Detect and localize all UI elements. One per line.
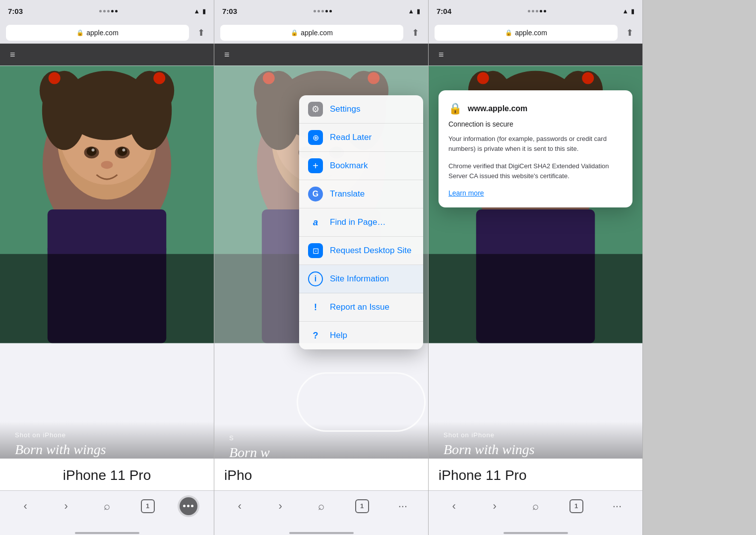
battery-icon-3: ▮ (631, 7, 634, 15)
signal-dot (107, 10, 110, 12)
menu-label-read-later: Read Later (330, 133, 372, 142)
share-button-1[interactable]: ⬆ (194, 27, 208, 38)
forward-button-3[interactable]: › (484, 495, 505, 517)
back-icon-3: ‹ (452, 500, 455, 513)
share-button-2[interactable]: ⬆ (408, 27, 422, 38)
translate-icon: G (308, 187, 323, 201)
gear-icon-menu: ⚙ (308, 102, 323, 117)
menu-item-help[interactable]: ? Help (299, 322, 423, 349)
menu-item-find[interactable]: a Find in Page… (299, 208, 423, 237)
shot-label-1: Shot on iPhone (15, 431, 199, 439)
exclaim-icon: ! (308, 300, 323, 315)
svg-point-31 (368, 72, 379, 84)
home-indicator-1 (0, 531, 214, 535)
search-button-1[interactable]: ⌕ (96, 495, 118, 517)
url-bar-1: 🔒 apple.com ⬆ (0, 22, 214, 44)
hamburger-icon-2[interactable]: ≡ (224, 50, 230, 60)
bottom-section-3: iPhone 11 Pro (429, 459, 642, 490)
wifi-icon-3: ▲ (622, 7, 629, 15)
status-icons-1: ▲ ▮ (193, 7, 206, 15)
bg-filler (643, 0, 756, 535)
signal-dot (111, 10, 114, 12)
shot-label-2: S (229, 434, 413, 442)
back-button-2[interactable]: ‹ (229, 495, 251, 517)
menu-label-help: Help (330, 331, 347, 340)
search-button-2[interactable]: ⌕ (310, 495, 332, 517)
menu-item-read-later[interactable]: ⊕ Read Later (299, 124, 423, 152)
security-popup: 🔒 www.apple.com Connection is secure You… (439, 90, 632, 207)
nav-bar-1: ≡ (0, 44, 214, 66)
back-icon-1: ‹ (23, 500, 27, 513)
product-name-2: iPho (224, 468, 418, 483)
more-icon-1 (180, 497, 197, 515)
signal-dot (325, 10, 328, 12)
status-icons-2: ▲ ▮ (408, 7, 420, 15)
url-field-3[interactable]: 🔒 apple.com (435, 25, 618, 41)
signal-dot (317, 10, 320, 12)
menu-label-settings: Settings (330, 104, 360, 114)
main-content-1: Shot on iPhone Born with wings Watch the… (0, 66, 214, 490)
signal-dot (103, 10, 106, 12)
forward-button-2[interactable]: › (269, 495, 291, 517)
url-text-1: apple.com (86, 29, 119, 37)
url-bar-3: 🔒 apple.com ⬆ (429, 22, 642, 44)
learn-more-link[interactable]: Learn more (448, 189, 484, 197)
status-bar-2: 7:03 ▲ ▮ (214, 0, 428, 22)
forward-icon-3: › (493, 500, 497, 513)
menu-item-translate[interactable]: G Translate (299, 180, 423, 208)
tabs-button-3[interactable]: 1 (566, 495, 587, 517)
svg-point-16 (122, 148, 125, 151)
signal-dot (532, 10, 534, 12)
more-button-1[interactable] (178, 495, 199, 517)
apple-logo-1 (100, 49, 110, 61)
back-button-1[interactable]: ‹ (14, 495, 36, 517)
screen-1: 7:03 ▲ ▮ 🔒 apple.com ⬆ ≡ (0, 0, 214, 535)
svg-point-30 (263, 72, 275, 84)
status-time-2: 7:03 (222, 7, 237, 15)
signal-dot (544, 10, 546, 12)
signal-dot (115, 10, 118, 12)
status-dots-1 (99, 10, 118, 12)
more-button-3[interactable]: ··· (606, 495, 628, 517)
status-bar-3: 7:04 ▲ ▮ (429, 0, 642, 22)
nav-bar-3: ≡ (429, 44, 642, 66)
apple-logo-2 (314, 49, 324, 61)
lock-icon-2: 🔒 (291, 29, 298, 36)
security-lock-icon: 🔒 (448, 102, 462, 115)
menu-label-translate: Translate (330, 189, 365, 199)
menu-item-site-info[interactable]: i Site Information (299, 265, 423, 293)
security-body1: Your information (for example, passwords… (448, 134, 623, 153)
home-bar-2 (289, 532, 354, 534)
menu-item-settings[interactable]: ⚙ Settings (299, 95, 423, 124)
tab-count-1: 1 (141, 499, 155, 513)
menu-label-site-info: Site Information (330, 274, 389, 284)
url-field-1[interactable]: 🔒 apple.com (6, 25, 189, 41)
menu-item-desktop[interactable]: ⊡ Request Desktop Site (299, 237, 423, 265)
search-button-3[interactable]: ⌕ (524, 495, 546, 517)
tabs-button-2[interactable]: 1 (351, 495, 373, 517)
url-text-2: apple.com (301, 29, 333, 37)
svg-rect-20 (0, 254, 214, 343)
more-button-2[interactable]: ··· (392, 495, 414, 517)
hamburger-icon-1[interactable]: ≡ (10, 50, 15, 60)
forward-button-1[interactable]: › (55, 495, 77, 517)
url-field-2[interactable]: 🔒 apple.com (220, 25, 403, 41)
svg-point-17 (101, 161, 113, 169)
film-title-1: Born with wings (15, 442, 199, 458)
forward-icon-1: › (64, 500, 68, 513)
url-bar-2: 🔒 apple.com ⬆ (214, 22, 428, 44)
home-indicator-3 (429, 531, 642, 535)
hamburger-icon-3[interactable]: ≡ (439, 50, 444, 60)
share-button-3[interactable]: ⬆ (623, 27, 636, 38)
search-icon-2: ⌕ (318, 500, 324, 513)
signal-dot (329, 10, 332, 12)
portrait-bg-1 (0, 66, 214, 343)
menu-item-report[interactable]: ! Report an Issue (299, 293, 423, 322)
back-button-3[interactable]: ‹ (443, 495, 465, 517)
svg-point-9 (49, 72, 61, 84)
svg-point-14 (117, 147, 127, 156)
menu-label-bookmark: Bookmark (330, 161, 368, 171)
menu-item-bookmark[interactable]: + Bookmark (299, 152, 423, 180)
tabs-button-1[interactable]: 1 (137, 495, 159, 517)
main-content-2: S Born w Wa ⚙ Settings ⊕ Read Later + Bo… (214, 66, 428, 490)
